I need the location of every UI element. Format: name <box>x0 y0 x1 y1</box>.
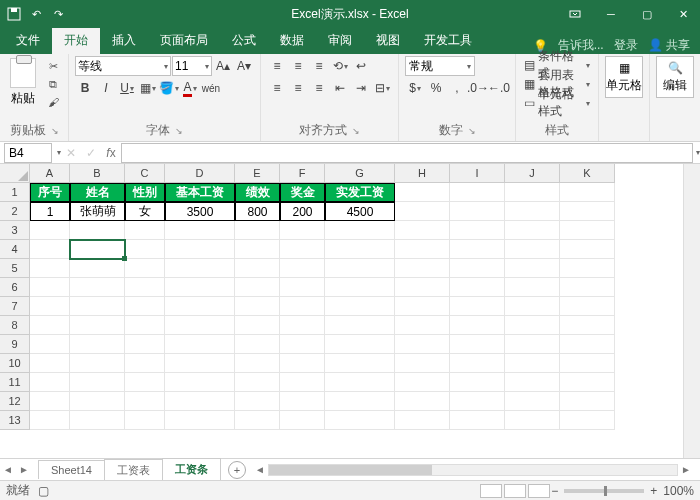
cell[interactable] <box>70 278 125 297</box>
name-box[interactable]: B4 <box>4 143 52 163</box>
align-top-icon[interactable]: ≡ <box>267 56 287 76</box>
fx-icon[interactable]: fx <box>101 146 121 160</box>
cell[interactable] <box>30 392 70 411</box>
cell[interactable]: 姓名 <box>70 183 125 202</box>
cell[interactable] <box>505 240 560 259</box>
cell[interactable] <box>165 278 235 297</box>
add-sheet-button[interactable]: + <box>228 461 246 479</box>
decrease-indent-icon[interactable]: ⇤ <box>330 78 350 98</box>
col-header[interactable]: H <box>395 164 450 183</box>
tab-layout[interactable]: 页面布局 <box>148 27 220 54</box>
cell[interactable] <box>280 373 325 392</box>
cell[interactable] <box>560 392 615 411</box>
cell[interactable] <box>280 240 325 259</box>
cell[interactable] <box>30 316 70 335</box>
cell-styles-button[interactable]: ▭单元格样式▾ <box>522 94 592 112</box>
increase-decimal-icon[interactable]: .0→ <box>468 78 488 98</box>
cell[interactable]: 绩效 <box>235 183 280 202</box>
cell[interactable] <box>165 259 235 278</box>
tab-developer[interactable]: 开发工具 <box>412 27 484 54</box>
cell[interactable] <box>165 297 235 316</box>
cell[interactable]: 序号 <box>30 183 70 202</box>
enter-icon[interactable]: ✓ <box>81 146 101 160</box>
zoom-level[interactable]: 100% <box>663 484 694 498</box>
cell[interactable] <box>235 335 280 354</box>
clipboard-launcher-icon[interactable]: ↘ <box>51 126 59 136</box>
wrap-text-icon[interactable]: ↩ <box>351 56 371 76</box>
signin-link[interactable]: 登录 <box>614 37 638 54</box>
col-header[interactable]: D <box>165 164 235 183</box>
macro-record-icon[interactable]: ▢ <box>38 484 49 498</box>
cell[interactable] <box>30 297 70 316</box>
row-header[interactable]: 1 <box>0 183 30 202</box>
cell[interactable] <box>70 335 125 354</box>
row-header[interactable]: 2 <box>0 202 30 221</box>
cell[interactable] <box>165 411 235 430</box>
align-right-icon[interactable]: ≡ <box>309 78 329 98</box>
merge-center-icon[interactable]: ⊟▾ <box>372 78 392 98</box>
cell[interactable] <box>165 221 235 240</box>
cell[interactable] <box>30 259 70 278</box>
cell[interactable] <box>395 202 450 221</box>
cell[interactable] <box>450 240 505 259</box>
cell[interactable] <box>70 259 125 278</box>
cell[interactable]: 性别 <box>125 183 165 202</box>
sheet-tab[interactable]: 工资表 <box>104 459 163 481</box>
fill-color-button[interactable]: 🪣▾ <box>159 78 179 98</box>
cell[interactable] <box>505 354 560 373</box>
undo-icon[interactable]: ↶ <box>28 6 44 22</box>
cell[interactable] <box>505 221 560 240</box>
cell[interactable] <box>280 259 325 278</box>
cell[interactable] <box>30 373 70 392</box>
cell[interactable]: 女 <box>125 202 165 221</box>
comma-format-icon[interactable]: , <box>447 78 467 98</box>
cell[interactable] <box>560 411 615 430</box>
sheet-tab[interactable]: Sheet14 <box>38 460 105 479</box>
cell[interactable] <box>70 373 125 392</box>
cell[interactable] <box>325 392 395 411</box>
tab-view[interactable]: 视图 <box>364 27 412 54</box>
col-header[interactable]: B <box>70 164 125 183</box>
cell[interactable] <box>395 240 450 259</box>
cell[interactable] <box>125 335 165 354</box>
cell[interactable] <box>395 411 450 430</box>
cell[interactable] <box>125 221 165 240</box>
cell[interactable] <box>505 202 560 221</box>
cell[interactable] <box>395 259 450 278</box>
cell[interactable] <box>165 354 235 373</box>
cell[interactable] <box>165 373 235 392</box>
cell[interactable] <box>325 278 395 297</box>
cell[interactable] <box>450 392 505 411</box>
percent-format-icon[interactable]: % <box>426 78 446 98</box>
cell[interactable] <box>280 335 325 354</box>
font-name-combo[interactable]: 等线▾ <box>75 56 171 76</box>
cell[interactable] <box>325 335 395 354</box>
row-header[interactable]: 9 <box>0 335 30 354</box>
sheet-tab[interactable]: 工资条 <box>162 458 221 482</box>
cell[interactable] <box>70 297 125 316</box>
decrease-font-icon[interactable]: A▾ <box>234 56 254 76</box>
view-page-break-icon[interactable] <box>528 484 550 498</box>
expand-formula-bar-icon[interactable]: ▾ <box>696 148 700 157</box>
tab-formulas[interactable]: 公式 <box>220 27 268 54</box>
cell[interactable] <box>560 278 615 297</box>
cell[interactable] <box>560 354 615 373</box>
number-format-combo[interactable]: 常规▾ <box>405 56 475 76</box>
cell[interactable] <box>235 316 280 335</box>
cell[interactable] <box>30 411 70 430</box>
cell[interactable] <box>325 316 395 335</box>
align-middle-icon[interactable]: ≡ <box>288 56 308 76</box>
tab-insert[interactable]: 插入 <box>100 27 148 54</box>
cell[interactable] <box>505 335 560 354</box>
cell[interactable] <box>125 316 165 335</box>
close-button[interactable]: ✕ <box>666 3 700 25</box>
save-icon[interactable] <box>6 6 22 22</box>
cell[interactable]: 实发工资 <box>325 183 395 202</box>
align-left-icon[interactable]: ≡ <box>267 78 287 98</box>
cell[interactable]: 800 <box>235 202 280 221</box>
cell[interactable] <box>30 221 70 240</box>
font-size-combo[interactable]: 11▾ <box>172 56 212 76</box>
cell[interactable] <box>505 411 560 430</box>
sheet-nav-next-icon[interactable]: ► <box>16 464 32 475</box>
cell[interactable] <box>165 335 235 354</box>
